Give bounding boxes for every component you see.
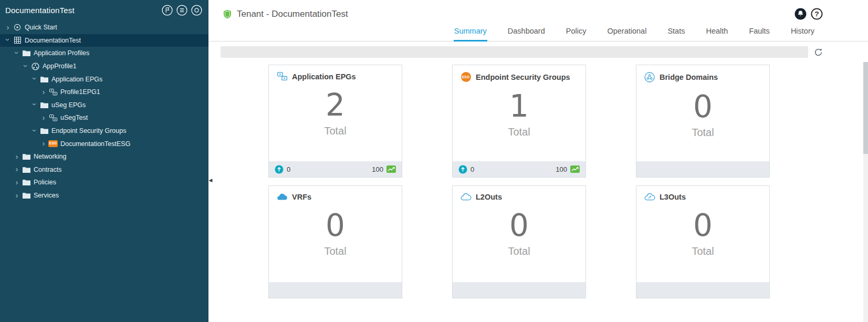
filter-toolbar[interactable] xyxy=(221,46,808,58)
card-footer: 0 100 xyxy=(269,161,402,177)
chevron-right-icon[interactable]: › xyxy=(13,178,20,186)
card-title: Endpoint Security Groups xyxy=(476,73,570,81)
tree-item-label: Quick Start xyxy=(25,24,57,31)
card-title: L2Outs xyxy=(476,193,502,201)
page-title: Tenant - DocumentationTest xyxy=(237,9,348,19)
card-header: L3Outs xyxy=(636,186,693,201)
tree-item[interactable]: › ESG DocumentationTestESG xyxy=(0,137,208,150)
folder-icon xyxy=(22,179,31,185)
chevron-right-icon[interactable]: › xyxy=(4,23,12,31)
tree-item-label: Profile1EPG1 xyxy=(60,88,100,96)
summary-card[interactable]: Bridge Domains 0 Total xyxy=(636,65,770,178)
card-total-label: Total xyxy=(692,127,714,139)
card-value: 0 xyxy=(693,91,713,122)
tab-summary[interactable]: Summary xyxy=(454,24,487,41)
l3out-icon xyxy=(644,193,655,201)
health-score-chart-icon xyxy=(386,165,396,173)
list-icon[interactable] xyxy=(176,5,187,16)
health-arrow-icon xyxy=(275,165,284,174)
scrollbar-thumb[interactable] xyxy=(863,62,868,154)
chevron-right-icon[interactable]: › xyxy=(13,191,20,199)
tree-item-label: Services xyxy=(34,192,59,199)
tree-item[interactable]: › Application Profiles xyxy=(0,47,208,60)
tree-item[interactable]: › Profile1EPG1 xyxy=(0,86,208,99)
chevron-down-icon[interactable]: › xyxy=(13,49,21,56)
svg-text:?: ? xyxy=(814,10,819,18)
chevron-down-icon[interactable]: › xyxy=(31,127,39,134)
summary-card[interactable]: L3Outs 0 Total xyxy=(636,185,770,298)
tree-item-label: Policies xyxy=(34,179,56,186)
folder-icon xyxy=(22,192,31,199)
card-footer xyxy=(453,282,585,298)
tree-item[interactable]: › DocumentationTest xyxy=(0,34,208,47)
health-score-chart-icon xyxy=(570,165,580,173)
tree-item[interactable]: › Quick Start xyxy=(0,21,208,34)
folder-icon xyxy=(22,50,31,56)
tree-item-label: Application EPGs xyxy=(51,76,102,83)
tab-history[interactable]: History xyxy=(790,24,815,41)
notifications-icon[interactable] xyxy=(794,8,807,20)
chevron-right-icon[interactable]: › xyxy=(40,139,47,147)
help-icon[interactable]: ? xyxy=(811,8,823,20)
card-value: 2 xyxy=(326,90,345,120)
summary-card[interactable]: Application EPGs 2 Total 0 100 xyxy=(268,65,402,178)
chevron-right-icon[interactable]: › xyxy=(13,165,20,173)
tab-health[interactable]: Health xyxy=(705,24,728,41)
tree-item-label: Networking xyxy=(34,153,67,160)
refresh-icon[interactable] xyxy=(814,48,823,57)
tree-item[interactable]: › uSegTest xyxy=(0,111,208,124)
summary-card[interactable]: L2Outs 0 Total xyxy=(452,185,586,298)
tab-dashboard[interactable]: Dashboard xyxy=(507,24,546,41)
tab-operational[interactable]: Operational xyxy=(606,24,647,41)
health-arrow-icon xyxy=(458,165,467,174)
vertical-scrollbar[interactable] xyxy=(863,62,868,322)
tab-stats[interactable]: Stats xyxy=(667,24,685,41)
flag-icon[interactable] xyxy=(162,5,173,16)
card-total-label: Total xyxy=(692,245,714,257)
cards-grid: Application EPGs 2 Total 0 100 ESG Endpo… xyxy=(208,65,868,298)
target-icon[interactable] xyxy=(191,5,202,16)
card-health-value: 0 xyxy=(470,165,474,173)
folder-icon xyxy=(39,102,49,108)
tree-item[interactable]: › Services xyxy=(0,189,208,202)
tree-item-label: DocumentationTest xyxy=(25,37,81,44)
tab-faults[interactable]: Faults xyxy=(748,24,770,41)
summary-card[interactable]: ESG Endpoint Security Groups 1 Total 0 1… xyxy=(452,65,586,178)
sidebar-title: DocumentationTest xyxy=(5,6,75,15)
tree-item[interactable]: › Endpoint Security Groups xyxy=(0,124,208,138)
card-header: L2Outs xyxy=(453,186,509,201)
summary-card[interactable]: VRFs 0 Total xyxy=(268,185,402,298)
tree-item-label: uSegTest xyxy=(60,114,88,121)
tree-item-label: uSeg EPGs xyxy=(51,101,86,109)
chevron-down-icon[interactable]: › xyxy=(22,62,30,69)
chevron-right-icon[interactable]: › xyxy=(13,152,20,160)
card-value: 0 xyxy=(326,210,345,241)
chevron-right-icon[interactable]: › xyxy=(40,113,47,121)
card-footer xyxy=(636,282,769,298)
tree-item-label: DocumentationTestESG xyxy=(60,140,130,148)
card-value: 0 xyxy=(509,210,529,241)
card-value: 1 xyxy=(509,91,529,121)
sidebar: DocumentationTest › Quick Start › Docume… xyxy=(0,0,208,322)
tree-item[interactable]: › Policies xyxy=(0,176,208,189)
sidebar-collapse-handle[interactable]: ◀ xyxy=(208,174,213,186)
toolbar xyxy=(208,41,868,63)
chevron-down-icon[interactable]: › xyxy=(31,101,39,108)
tenant-shield-icon xyxy=(223,9,232,19)
tree-item[interactable]: › Application EPGs xyxy=(0,72,208,86)
header-icons: ? xyxy=(794,8,823,20)
sidebar-header-icons xyxy=(162,5,202,16)
tree-item[interactable]: › Contracts xyxy=(0,163,208,176)
chevron-down-icon[interactable]: › xyxy=(4,36,12,44)
card-title: Bridge Domains xyxy=(660,73,718,81)
tenant-icon xyxy=(13,37,22,44)
chevron-right-icon[interactable]: › xyxy=(40,88,47,96)
tree-item[interactable]: › Networking xyxy=(0,150,208,163)
folder-icon xyxy=(39,128,49,134)
chevron-down-icon[interactable]: › xyxy=(31,75,39,82)
tree-item[interactable]: › uSeg EPGs xyxy=(0,99,208,112)
card-footer xyxy=(636,161,769,177)
tree-item[interactable]: › AppProfile1 xyxy=(0,60,208,73)
tab-policy[interactable]: Policy xyxy=(566,24,587,41)
folder-icon xyxy=(22,167,31,173)
